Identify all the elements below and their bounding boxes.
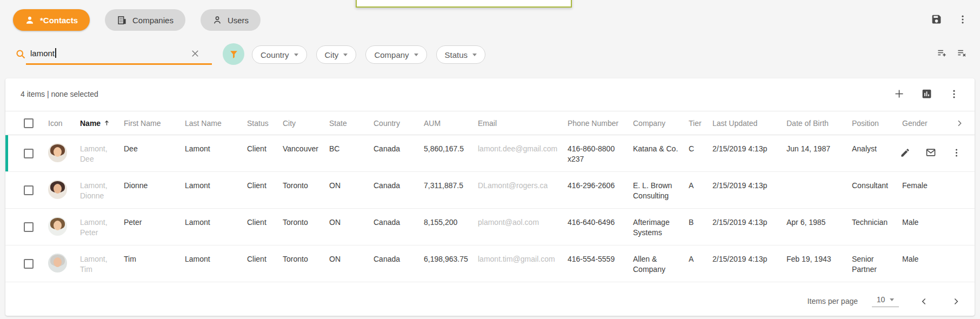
cell-status: Client (247, 172, 283, 191)
table-header-row: Icon Name First Name Last Name Status Ci… (5, 111, 975, 135)
tab-users[interactable]: Users (201, 9, 261, 31)
filter-label: City (325, 50, 339, 59)
text-cursor (55, 48, 56, 58)
col-header-phone[interactable]: Phone Number (568, 119, 633, 128)
cell-date-of-birth: Apr 6, 1985 (786, 209, 852, 228)
cell-name: Lamont, Peter (80, 209, 124, 238)
row-actions (900, 147, 962, 158)
filter-company[interactable]: Company (365, 45, 426, 64)
col-header-name[interactable]: Name (80, 119, 124, 128)
next-page-button[interactable] (951, 297, 961, 306)
page-size-value: 10 (877, 295, 885, 304)
save-button[interactable] (931, 14, 942, 25)
overflow-menu-button[interactable] (957, 14, 968, 25)
select-all-checkbox[interactable] (24, 118, 34, 128)
filter-status[interactable]: Status (436, 45, 486, 64)
row-checkbox[interactable] (24, 222, 34, 232)
filter-dropdowns: Country City Company Status (252, 45, 485, 64)
col-header-gender[interactable]: Gender (902, 119, 946, 128)
cell-first-name: Peter (124, 209, 185, 228)
cell-last-updated: 2/15/2019 4:13p (712, 172, 786, 191)
filter-label: Company (374, 50, 409, 59)
cell-first-name: Dee (124, 135, 185, 154)
table-menu-button[interactable] (949, 89, 959, 99)
filter-label: Country (261, 50, 289, 59)
cell-phone: 416-554-5559 (568, 245, 633, 264)
avatar (48, 217, 67, 236)
filter-city[interactable]: City (316, 45, 357, 64)
col-header-aum[interactable]: AUM (424, 119, 478, 128)
chevron-down-icon (414, 54, 418, 56)
cell-aum: 5,860,167.5 (424, 135, 478, 154)
col-header-company[interactable]: Company (633, 119, 689, 128)
col-header-status[interactable]: Status (247, 119, 283, 128)
cell-date-of-birth: Jun 14, 1987 (786, 135, 852, 154)
tab-companies[interactable]: Companies (105, 9, 185, 31)
email-contact-button[interactable] (925, 147, 936, 158)
cell-gender (902, 135, 946, 144)
avatar (48, 254, 67, 273)
col-header-email[interactable]: Email (478, 119, 568, 128)
cell-gender: Female (902, 172, 946, 191)
filter-country[interactable]: Country (252, 45, 307, 64)
search-value: lamont (30, 49, 55, 58)
tab-label: Companies (132, 16, 174, 25)
row-checkbox[interactable] (24, 259, 34, 269)
edit-contact-button[interactable] (900, 148, 910, 158)
cell-city: Toronto (283, 209, 329, 228)
playlist-add-button[interactable] (937, 48, 947, 58)
col-header-position[interactable]: Position (852, 119, 902, 128)
cell-email: lamont.tim@gmail.com (478, 245, 568, 264)
table-row[interactable]: Lamont, Dee Dee Lamont Client Vancouver … (5, 135, 975, 172)
search-icon (15, 49, 26, 60)
page-size-select[interactable]: 10 (872, 295, 899, 307)
cell-state: ON (329, 172, 374, 191)
table-row[interactable]: Lamont, Tim Tim Lamont Client Toronto ON… (5, 245, 975, 282)
cell-status: Client (247, 135, 283, 154)
clear-search-button[interactable] (190, 49, 200, 58)
chevron-right-icon (955, 119, 964, 128)
table-row[interactable]: Lamont, Peter Peter Lamont Client Toront… (5, 209, 975, 245)
tab-contacts[interactable]: *Contacts (13, 9, 90, 31)
col-header-last-name[interactable]: Last Name (185, 119, 247, 128)
cell-tier: B (689, 209, 712, 228)
col-header-last-updated[interactable]: Last Updated (712, 119, 786, 128)
col-header-country[interactable]: Country (374, 119, 424, 128)
search-underline (26, 63, 212, 65)
table-toolbar: 4 items | none selected (5, 78, 975, 111)
chart-view-button[interactable] (921, 88, 932, 99)
table-row[interactable]: Lamont, Dionne Dionne Lamont Client Toro… (5, 172, 975, 209)
col-header-date-of-birth[interactable]: Date of Birth (786, 119, 852, 128)
cell-gender: Male (902, 209, 946, 228)
add-contact-button[interactable] (894, 88, 905, 99)
chevron-down-icon (294, 54, 298, 56)
cell-phone: 416-640-6496 (568, 209, 633, 228)
cell-tier: A (689, 245, 712, 264)
row-checkbox[interactable] (24, 185, 34, 195)
col-header-state[interactable]: State (329, 119, 374, 128)
col-header-first-name[interactable]: First Name (124, 119, 185, 128)
cell-last-name: Lamont (185, 245, 247, 264)
search-input[interactable]: lamont (30, 48, 187, 58)
col-header-city[interactable]: City (283, 119, 329, 128)
cell-company: Katana & Co. (633, 135, 689, 154)
playlist-remove-button[interactable] (957, 48, 967, 58)
kebab-icon (957, 14, 968, 25)
filter-button[interactable] (223, 43, 244, 65)
cell-last-name: Lamont (185, 135, 247, 154)
previous-page-button[interactable] (919, 297, 929, 306)
scroll-columns-right-button[interactable] (955, 119, 964, 128)
top-toolbar: *Contacts Companies Users (0, 0, 980, 39)
plus-icon (894, 88, 905, 99)
save-icon (931, 14, 942, 25)
row-checkbox[interactable] (24, 149, 34, 158)
cell-city: Vancouver (283, 135, 329, 154)
cell-name: Lamont, Dee (80, 135, 124, 164)
avatar (48, 180, 67, 199)
chevron-left-icon (919, 297, 929, 306)
col-header-tier[interactable]: Tier (689, 119, 712, 128)
row-menu-button[interactable] (951, 148, 962, 158)
items-per-page-label: Items per page (808, 297, 858, 305)
results-card: 4 items | none selected Icon Na (5, 78, 975, 316)
col-header-label: Name (80, 119, 101, 128)
